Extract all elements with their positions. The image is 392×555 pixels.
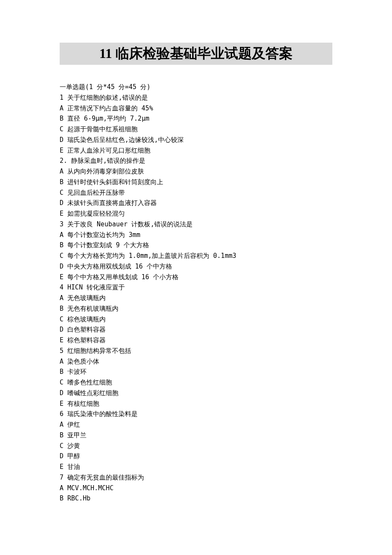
question-option: C 棕色玻璃瓶内	[60, 314, 332, 325]
question-stem: 4 HICN 转化液应置于	[60, 282, 332, 293]
question-option: C 沙黄	[60, 441, 332, 451]
question-option: A 伊红	[60, 419, 332, 430]
question-option: C 嗜多色性红细胞	[60, 377, 332, 388]
question-stem: 3 关于改良 Neubauer 计数板,错误的说法是	[60, 219, 332, 230]
question-option: B RBC.Hb	[60, 493, 332, 504]
question-option: B 卡波环	[60, 367, 332, 377]
question-option: B 无色有机玻璃瓶内	[60, 304, 332, 314]
question-option: B 亚甲兰	[60, 430, 332, 441]
question-option: D 甲醇	[60, 451, 332, 462]
question-option: A 染色质小体	[60, 356, 332, 367]
question-option: D 中央大方格用双线划成 16 个中方格	[60, 261, 332, 272]
question-stem: 6 瑞氏染液中的酸性染料是	[60, 409, 332, 419]
question-option: A MCV.MCH.MCHC	[60, 483, 332, 494]
question-option: A 每个计数室边长均为 3mm	[60, 230, 332, 240]
question-option: D 未拔针头而直接将血液打入容器	[60, 198, 332, 208]
document-title: 11 临床检验基础毕业试题及答案	[60, 43, 332, 65]
document-page: 11 临床检验基础毕业试题及答案 一单选题(1 分*45 分=45 分) 1 关…	[0, 0, 392, 529]
question-stem: 1 关于红细胞的叙述,错误的是	[60, 92, 332, 103]
question-option: E 如需抗凝应轻轻混匀	[60, 208, 332, 219]
question-option: A 正常情况下约占血容量的 45%	[60, 103, 332, 114]
question-option: B 直径 6-9μm,平均约 7.2μm	[60, 113, 332, 124]
question-stem: 2. 静脉采血时,错误的操作是	[60, 156, 332, 166]
question-option: E 有核红细胞	[60, 399, 332, 409]
question-option: E 棕色塑料容器	[60, 335, 332, 346]
question-option: C 见回血后松开压脉带	[60, 188, 332, 198]
question-option: D 嗜碱性点彩红细胞	[60, 388, 332, 399]
question-option: C 每个大方格长宽均为 1.0mm,加上盖玻片后容积为 0.1mm3	[60, 251, 332, 261]
question-option: E 正常人血涂片可见口形红细胞	[60, 145, 332, 156]
question-option: C 起源于骨髓中红系祖细胞	[60, 124, 332, 135]
question-option: A 无色玻璃瓶内	[60, 293, 332, 304]
question-option: B 每个计数室划成 9 个大方格	[60, 240, 332, 251]
question-option: D 白色塑料容器	[60, 324, 332, 335]
question-option: A 从内向外消毒穿刺部位皮肤	[60, 166, 332, 177]
question-stem: 7 确定有无贫血的最佳指标为	[60, 472, 332, 483]
document-content: 一单选题(1 分*45 分=45 分) 1 关于红细胞的叙述,错误的是 A 正常…	[60, 82, 332, 504]
question-option: D 瑞氏染色后呈桔红色,边缘较浅,中心较深	[60, 135, 332, 145]
section-header: 一单选题(1 分*45 分=45 分)	[60, 82, 332, 92]
question-option: E 每个中方格又用单线划成 16 个小方格	[60, 272, 332, 283]
question-option: B 进针时使针头斜面和针筒刻度向上	[60, 177, 332, 188]
question-stem: 5 红细胞结构异常不包括	[60, 346, 332, 356]
question-option: E 甘油	[60, 462, 332, 472]
